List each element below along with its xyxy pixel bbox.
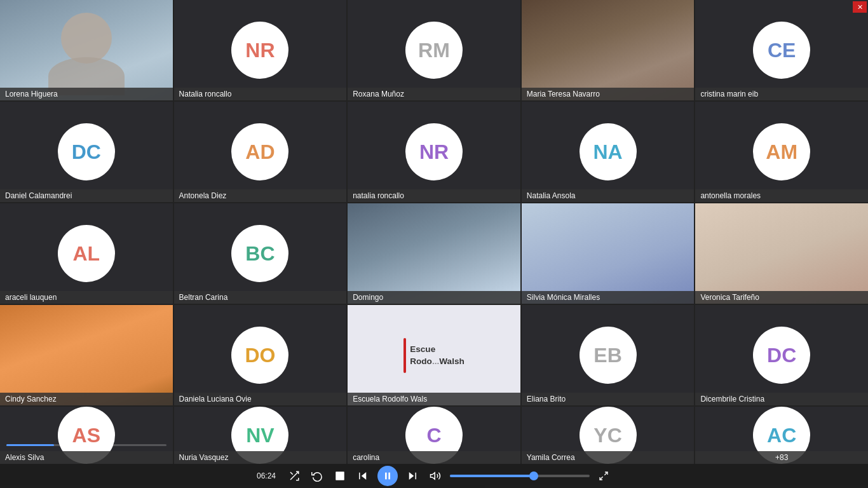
- pause-button[interactable]: [377, 466, 398, 486]
- svg-marker-7: [409, 472, 414, 480]
- tile-antonela: AD Antonela Diez: [174, 102, 347, 202]
- name-veronica: Veronica Tarifeño: [695, 291, 868, 304]
- time-display: 06:24: [257, 471, 280, 480]
- progress-bar[interactable]: [450, 475, 590, 477]
- avatar-beltran: BC: [231, 225, 288, 282]
- progress-fill: [450, 475, 534, 477]
- tile-antonella-m: AM antonella morales: [695, 102, 868, 202]
- initials-roxana: RM: [418, 39, 450, 62]
- tile-dicembrile: DC Dicembrile Cristina: [695, 305, 868, 405]
- initials-nuria: NV: [246, 424, 274, 447]
- progress-thumb: [529, 471, 538, 480]
- tile-domingo: Domingo: [348, 203, 520, 304]
- tile-lorena: Lorena Higuera: [0, 0, 173, 100]
- tile-escuela: Escue Rodo...Walsh Escuela Rodolfo Wals: [348, 305, 520, 405]
- tile-veronica: Veronica Tarifeño: [695, 203, 868, 304]
- tile-roxana: RM Roxana Muñoz: [348, 0, 520, 100]
- initials-daniela: DO: [245, 344, 275, 367]
- avatar-natalia-r2: NR: [405, 123, 463, 180]
- initials-daniel: DC: [72, 140, 101, 164]
- avatar-roxana: RM: [405, 22, 463, 79]
- initials-araceli: AL: [72, 242, 100, 266]
- name-silvia: Silvia Mónica Miralles: [522, 291, 695, 304]
- avatar-eliana: EB: [580, 327, 637, 384]
- tile-eliana: EB Eliana Brito: [522, 305, 695, 405]
- name-natalia-a: Natalia Ansola: [522, 189, 695, 202]
- initials-natalia-a: NA: [593, 140, 622, 164]
- participant-count: +83: [695, 451, 868, 464]
- tile-natalia-a: NA Natalia Ansola: [522, 102, 695, 202]
- name-dicembrile: Dicembrile Cristina: [695, 393, 868, 405]
- tile-nuria: NV Nuria Vasquez: [174, 407, 347, 464]
- tile-beltran: BC Beltran Carina: [174, 203, 347, 304]
- tile-daniela: DO Daniela Luciana Ovie: [174, 305, 347, 405]
- name-escuela: Escuela Rodolfo Wals: [348, 393, 520, 405]
- avatar-daniel: DC: [58, 123, 115, 180]
- tile-natalia-r: NR Natalia roncallo: [174, 0, 347, 100]
- name-antonella-m: antonella morales: [695, 189, 868, 202]
- initials-beltran: BC: [245, 242, 275, 266]
- tile-maria: Maria Teresa Navarro: [522, 0, 695, 100]
- avatar-antonela: AD: [231, 123, 288, 180]
- name-yamila: Yamila Correa: [522, 451, 695, 464]
- avatar-antonella-m: AM: [753, 123, 810, 180]
- name-nuria: Nuria Vasquez: [174, 451, 347, 464]
- tile-daniel: DC Daniel Calamandrei: [0, 102, 173, 202]
- avatar-cristina: CE: [753, 22, 810, 79]
- name-natalia-r2: natalia roncallo: [348, 189, 520, 202]
- avatar-natalia-r: NR: [231, 22, 288, 79]
- name-eliana: Eliana Brito: [522, 393, 695, 405]
- svg-rect-5: [385, 473, 387, 480]
- initials-natalia-r2: NR: [419, 140, 449, 164]
- name-domingo: Domingo: [348, 291, 520, 304]
- name-alexis: Alexis Silva: [0, 451, 173, 464]
- name-beltran: Beltran Carina: [174, 291, 347, 304]
- name-daniela: Daniela Luciana Ovie: [174, 393, 347, 405]
- initials-antonela: AD: [245, 140, 275, 164]
- tile-araceli: AL araceli lauquen: [0, 203, 173, 304]
- avatar-daniela: DO: [231, 327, 288, 384]
- stop-button[interactable]: [332, 469, 348, 483]
- name-natalia-r: Natalia roncallo: [174, 88, 347, 100]
- tile-avelen: AC +83: [695, 407, 868, 464]
- name-antonela: Antonela Diez: [174, 189, 347, 202]
- rewind-button[interactable]: [355, 469, 371, 483]
- avatar-natalia-a: NA: [580, 123, 637, 180]
- svg-marker-3: [362, 472, 367, 480]
- volume-button[interactable]: [427, 469, 444, 483]
- svg-rect-6: [388, 473, 390, 480]
- tile-carolina: C carolina: [348, 407, 520, 464]
- name-lorena: Lorena Higuera: [0, 88, 173, 100]
- tile-cristina: CE cristina marin eib: [695, 0, 868, 100]
- initials-dicembrile: DC: [767, 344, 796, 367]
- svg-line-10: [604, 472, 607, 475]
- initials-avelen: AC: [767, 424, 796, 447]
- initials-eliana: EB: [593, 344, 621, 367]
- initials-alexis: AS: [72, 424, 100, 447]
- initials-yamila: YC: [593, 424, 621, 447]
- initials-carolina: C: [426, 424, 441, 447]
- loop-button[interactable]: [309, 469, 325, 483]
- name-maria: Maria Teresa Navarro: [522, 88, 695, 100]
- avatar-araceli: AL: [58, 225, 115, 282]
- name-roxana: Roxana Muñoz: [348, 88, 520, 100]
- svg-line-1: [290, 472, 293, 475]
- tile-yamila: YC Yamila Correa: [522, 407, 695, 464]
- avatar-dicembrile: DC: [753, 327, 810, 384]
- fullscreen-button[interactable]: [596, 470, 611, 482]
- shuffle-button[interactable]: [286, 469, 302, 483]
- tile-natalia-r2: NR natalia roncallo: [348, 102, 520, 202]
- tile-cindy: Cindy Sanchez: [0, 305, 173, 405]
- close-button[interactable]: ✕: [853, 1, 867, 13]
- initials-antonella-m: AM: [766, 140, 797, 164]
- tile-silvia: Silvia Mónica Miralles: [522, 203, 695, 304]
- svg-marker-9: [431, 473, 435, 480]
- name-cindy: Cindy Sanchez: [0, 393, 173, 405]
- fastforward-button[interactable]: [404, 469, 421, 483]
- name-daniel: Daniel Calamandrei: [0, 189, 173, 202]
- initials-natalia-r: NR: [245, 39, 275, 62]
- name-carolina: carolina: [348, 451, 520, 464]
- name-cristina: cristina marin eib: [695, 88, 868, 100]
- initials-cristina: CE: [768, 39, 796, 62]
- player-bar: 06:24: [0, 464, 868, 488]
